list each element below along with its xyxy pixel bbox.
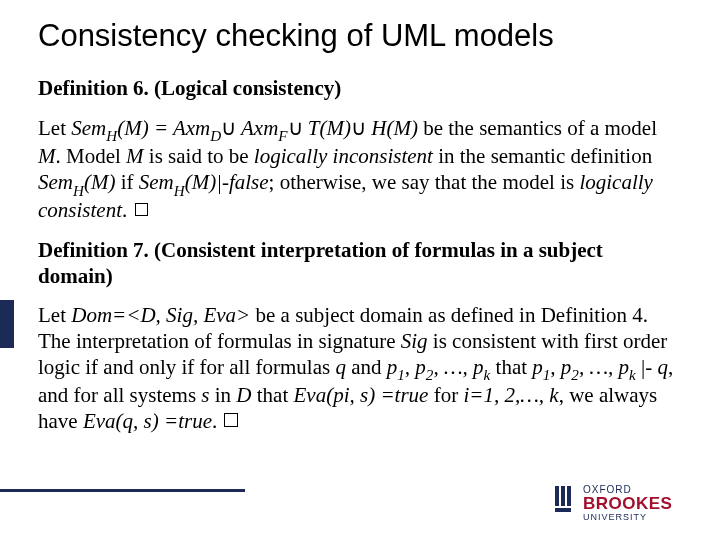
text: F — [278, 128, 287, 144]
accent-bar — [0, 300, 14, 348]
definition-7-body: Let Dom=<D, Sig, Eva> be a subject domai… — [38, 303, 682, 434]
text: k — [629, 367, 636, 383]
text: , p — [550, 355, 571, 379]
text: p — [532, 355, 543, 379]
text: 1 — [397, 367, 405, 383]
footer-stripe — [0, 489, 245, 492]
qed-box-icon — [135, 203, 149, 217]
text: if — [115, 170, 138, 194]
text: (M)|-false — [185, 170, 269, 194]
text: Sig — [401, 329, 428, 353]
text: Sem — [71, 116, 106, 140]
text: and — [346, 355, 387, 379]
text: in — [210, 383, 237, 407]
text: q — [658, 355, 669, 379]
logo-line-3: UNIVERSITY — [583, 512, 647, 522]
slide-title: Consistency checking of UML models — [38, 18, 682, 54]
text: s — [201, 383, 209, 407]
definition-7-heading: Definition 7. (Consistent interpretation… — [38, 238, 682, 289]
text: Sem — [38, 170, 73, 194]
text: D — [236, 383, 251, 407]
text: . — [212, 409, 223, 433]
text: logically inconsistent — [254, 144, 433, 168]
text: p — [387, 355, 398, 379]
union-icon: ∪ — [221, 116, 236, 140]
text: Axm — [236, 116, 278, 140]
brookes-logo: OXFORD BROOKES UNIVERSITY — [555, 484, 705, 528]
text: H — [174, 183, 185, 199]
text: that — [490, 355, 532, 379]
text: , p — [405, 355, 426, 379]
text: ; otherwise, we say that the model is — [269, 170, 580, 194]
text: M — [126, 144, 144, 168]
definition-6-body: Let SemH(M) = AxmD∪ AxmF∪ T(M)∪ H(M) be … — [38, 116, 682, 224]
slide-body: Definition 6. (Logical consistency) Let … — [38, 76, 682, 448]
text: , …, p — [579, 355, 629, 379]
text: T(M) — [303, 116, 351, 140]
union-icon: ∪ — [288, 116, 303, 140]
text: , …, p — [433, 355, 483, 379]
text: 2 — [426, 367, 434, 383]
text: Dom=<D, Sig, Eva> — [71, 303, 250, 327]
logo-line-2: BROOKES — [583, 494, 672, 514]
text: H — [73, 183, 84, 199]
text: Let — [38, 116, 71, 140]
text: k — [484, 367, 491, 383]
text: for — [428, 383, 463, 407]
text: 2 — [571, 367, 579, 383]
text: H — [106, 128, 117, 144]
slide: Consistency checking of UML models Defin… — [0, 0, 720, 540]
union-icon: ∪ — [351, 116, 366, 140]
text: H(M) — [366, 116, 418, 140]
text: that — [252, 383, 294, 407]
text: Let — [38, 303, 71, 327]
text: 1 — [543, 367, 551, 383]
text: D — [210, 128, 221, 144]
text: . — [122, 198, 133, 222]
text: q — [335, 355, 346, 379]
text: in the semantic definition — [433, 144, 652, 168]
text: be the semantics of a model — [418, 116, 657, 140]
qed-box-icon — [224, 413, 238, 427]
text: (M) — [84, 170, 115, 194]
text: . Model — [56, 144, 127, 168]
text: is said to be — [144, 144, 254, 168]
text: i=1, 2,…, k — [463, 383, 558, 407]
text: Sem — [139, 170, 174, 194]
text: |- — [636, 355, 658, 379]
definition-6-heading: Definition 6. (Logical consistency) — [38, 76, 682, 102]
text: Eva(pi, s) =true — [294, 383, 429, 407]
text: (M) = Axm — [117, 116, 210, 140]
logo-mark-icon — [555, 486, 579, 520]
text: Eva(q, s) =true — [83, 409, 212, 433]
text: M — [38, 144, 56, 168]
